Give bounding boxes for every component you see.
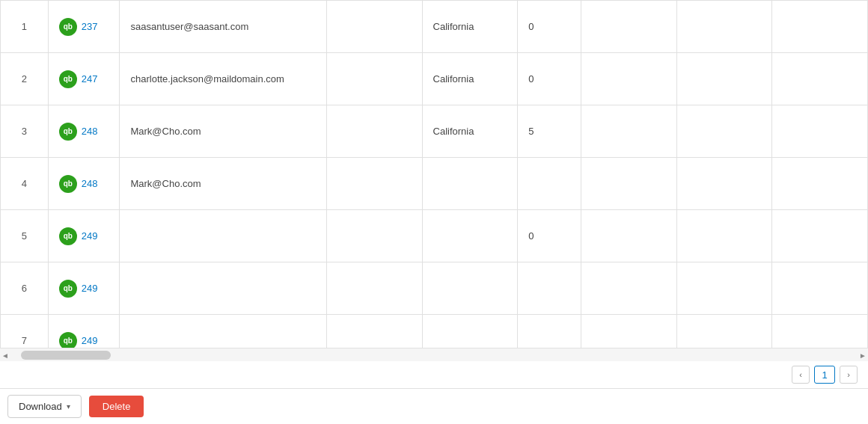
- row-col9: [772, 53, 868, 105]
- row-id-cell[interactable]: qb 248: [48, 105, 120, 158]
- row-email: Mark@Cho.com: [120, 158, 326, 210]
- row-state: California: [422, 105, 518, 158]
- row-index: 5: [1, 210, 49, 262]
- row-id-cell[interactable]: qb 248: [48, 158, 120, 210]
- row-state: [422, 210, 518, 262]
- row-col8: [676, 262, 772, 315]
- table-row: 6 qb 249: [1, 262, 868, 315]
- row-id-cell[interactable]: qb 249: [48, 315, 120, 348]
- row-col4: [326, 210, 422, 262]
- row-email: [120, 315, 326, 348]
- pagination-row: ‹ 1 ›: [0, 361, 868, 388]
- row-id[interactable]: 237: [82, 21, 98, 32]
- page-number-1[interactable]: 1: [814, 366, 835, 384]
- row-id[interactable]: 247: [82, 73, 98, 85]
- footer-bar: Download ▾ Delete: [0, 388, 868, 424]
- row-email: Mark@Cho.com: [120, 105, 326, 158]
- row-state: California: [422, 1, 518, 53]
- row-count: [518, 262, 581, 315]
- row-id[interactable]: 249: [82, 230, 98, 242]
- row-state: [422, 315, 518, 348]
- row-col9: [772, 158, 868, 210]
- table-row: 5 qb 249 0: [1, 210, 868, 262]
- row-id-cell[interactable]: qb 247: [48, 53, 120, 105]
- row-count: 0: [518, 53, 581, 105]
- table-row: 3 qb 248 Mark@Cho.comCalifornia5: [1, 105, 868, 158]
- download-label: Download: [19, 401, 62, 412]
- row-index: 4: [1, 158, 49, 210]
- download-button[interactable]: Download ▾: [7, 395, 82, 418]
- row-count: [518, 158, 581, 210]
- row-col4: [326, 1, 422, 53]
- row-col7: [581, 210, 677, 262]
- row-col8: [676, 315, 772, 348]
- row-index: 7: [1, 315, 49, 348]
- row-col4: [326, 262, 422, 315]
- qb-logo-icon: qb: [59, 280, 77, 298]
- qb-logo-text: qb: [64, 76, 73, 83]
- row-col7: [581, 158, 677, 210]
- row-id-cell[interactable]: qb 237: [48, 1, 120, 53]
- row-index: 2: [1, 53, 49, 105]
- qb-logo-text: qb: [64, 128, 73, 135]
- qb-logo-icon: qb: [59, 332, 77, 348]
- qb-logo-text: qb: [64, 233, 73, 240]
- row-id[interactable]: 248: [82, 178, 98, 189]
- delete-button[interactable]: Delete: [89, 396, 144, 417]
- row-col4: [326, 53, 422, 105]
- row-col9: [772, 105, 868, 158]
- row-id-cell[interactable]: qb 249: [48, 262, 120, 315]
- prev-page-button[interactable]: ‹: [792, 366, 810, 384]
- row-col4: [326, 105, 422, 158]
- row-col8: [676, 158, 772, 210]
- row-col7: [581, 315, 677, 348]
- qb-logo-icon: qb: [59, 18, 77, 36]
- qb-logo-icon: qb: [59, 123, 77, 141]
- row-count: [518, 315, 581, 348]
- download-chevron-icon: ▾: [67, 402, 70, 411]
- row-state: California: [422, 53, 518, 105]
- row-col9: [772, 315, 868, 348]
- scroll-thumb[interactable]: [21, 351, 111, 360]
- row-col7: [581, 1, 677, 53]
- table-row: 4 qb 248 Mark@Cho.com: [1, 158, 868, 210]
- table-wrapper[interactable]: 1 qb 237 saasantuser@saasant.comCaliforn…: [0, 0, 868, 348]
- row-col9: [772, 1, 868, 53]
- table-row: 1 qb 237 saasantuser@saasant.comCaliforn…: [1, 1, 868, 53]
- row-id[interactable]: 249: [82, 283, 98, 294]
- row-index: 1: [1, 1, 49, 53]
- scroll-left-arrow[interactable]: ◄: [1, 351, 9, 359]
- row-col8: [676, 105, 772, 158]
- table-row: 7 qb 249: [1, 315, 868, 348]
- qb-logo-icon: qb: [59, 227, 77, 245]
- row-count: 5: [518, 105, 581, 158]
- row-email: saasantuser@saasant.com: [120, 1, 326, 53]
- row-col7: [581, 105, 677, 158]
- table-row: 2 qb 247 charlotte.jackson@maildomain.co…: [1, 53, 868, 105]
- qb-logo-text: qb: [64, 285, 73, 292]
- row-state: [422, 158, 518, 210]
- row-email: charlotte.jackson@maildomain.com: [120, 53, 326, 105]
- row-col8: [676, 53, 772, 105]
- row-col7: [581, 53, 677, 105]
- row-col7: [581, 262, 677, 315]
- row-col8: [676, 210, 772, 262]
- row-count: 0: [518, 210, 581, 262]
- row-col4: [326, 315, 422, 348]
- horizontal-scrollbar[interactable]: ◄ ►: [0, 348, 868, 361]
- row-count: 0: [518, 1, 581, 53]
- row-email: [120, 262, 326, 315]
- row-index: 3: [1, 105, 49, 158]
- scroll-right-arrow[interactable]: ►: [859, 351, 867, 359]
- qb-logo-icon: qb: [59, 70, 77, 88]
- row-state: [422, 262, 518, 315]
- row-id[interactable]: 249: [82, 335, 98, 346]
- qb-logo-text: qb: [64, 337, 73, 345]
- qb-logo-text: qb: [64, 180, 73, 188]
- row-id[interactable]: 248: [82, 126, 98, 137]
- qb-logo-text: qb: [64, 23, 73, 31]
- next-page-button[interactable]: ›: [840, 366, 858, 384]
- row-col4: [326, 158, 422, 210]
- row-id-cell[interactable]: qb 249: [48, 210, 120, 262]
- row-col9: [772, 210, 868, 262]
